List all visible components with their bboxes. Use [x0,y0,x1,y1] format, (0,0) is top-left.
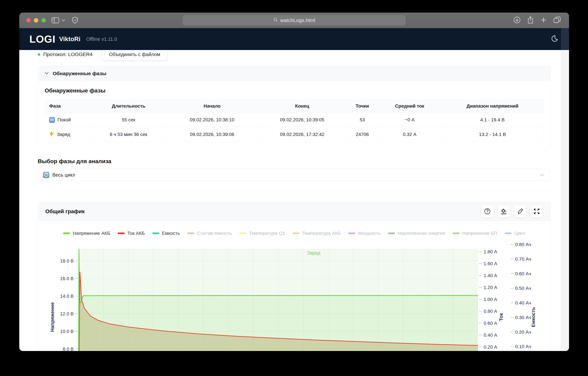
chevron-down-icon [540,172,545,178]
legend-label: Ток АКБ [127,231,145,236]
merge-file-button[interactable]: Объединить с файлом [102,48,168,60]
theme-toggle-moon-icon[interactable] [551,35,558,43]
downloads-icon[interactable] [513,16,521,24]
legend-swatch-icon [118,233,125,234]
section-divider [38,190,551,191]
app-header: LOGI ViktoRi Offline v1.11.0 [19,28,569,50]
status-dot-icon [38,53,40,56]
legend-item[interactable]: Цикл [504,231,525,236]
axis-tick-label: 0.60 Ач [515,271,531,276]
tab-overview-icon[interactable] [553,16,561,24]
axis-tick-label: 8.0 В [63,346,74,351]
address-bar[interactable]: watchLogs.html [183,15,406,25]
table-cell: 09.02.2026, 10:38:10 [167,113,258,127]
scrollbar-track[interactable] [561,50,569,351]
axis-tick-label: 1.40 А [484,273,497,278]
phase-annotation: Заряд [307,250,320,256]
legend-item[interactable]: Напряжение БП [452,231,497,236]
legend-swatch-icon [452,233,460,234]
phase-name: Заряд [57,132,70,137]
table-cell: 6 ч 53 мин 36 сек [91,127,167,142]
table-row: Заряд6 ч 53 мин 36 сек09.02.2026, 10:39:… [45,127,544,142]
annotate-button[interactable] [514,205,526,218]
table-cell: 55 сек [91,113,167,127]
phases-table-body: Покой55 сек09.02.2026, 10:38:1009.02.202… [45,113,544,142]
browser-window: watchLogs.html LOGI ViktoRi Offline v1.1… [19,13,569,351]
legend-item[interactable]: Емкость [152,231,180,236]
help-button[interactable] [481,205,494,218]
phases-panel-header[interactable]: Обнаруженные фазы [38,66,550,81]
legend-swatch-icon [152,233,159,234]
main-chart[interactable]: 18.0 В16.0 В14.0 В12.0 В10.0 В8.0 В1.80 … [38,238,550,351]
phases-panel-body: Обнаруженные фазы ФазаДлительностьНачало… [38,81,550,149]
column-header: Точки [346,99,378,113]
legend-label: Мощность [358,231,381,236]
table-cell: 0.32 А [378,127,441,142]
zoom-window-button[interactable] [42,18,46,22]
pause-icon [49,117,55,123]
axis-tick-label: 0.40 А [484,333,497,338]
collapse-chevron-icon [45,72,49,75]
lightning-icon [49,131,54,138]
phases-table-head: ФазаДлительностьНачалоКонецТочкиСредний … [45,99,544,113]
axis-title: Ток [498,313,504,321]
legend-item[interactable]: Мощность [348,231,381,236]
legend-item[interactable]: Ток АКБ [118,231,145,236]
close-window-button[interactable] [26,18,31,22]
share-icon[interactable] [527,16,534,24]
column-header: Длительность [91,99,167,113]
chart-title: Общий график [45,208,84,215]
table-cell: ~0 А [378,113,441,127]
axis-tick-label: 0.10 Ач [515,344,531,349]
chart-legend: Напряжение АКБТок АКБЕмкостьСлитая ёмкос… [38,230,550,237]
axis-tick-label: 0.20 А [484,344,497,350]
table-cell: 24706 [346,127,378,142]
axis-tick-label: 1.60 А [484,261,497,266]
phases-panel: Обнаруженные фазы Обнаруженные фазы Фаза… [38,66,551,149]
axis-tick-label: 1.20 А [484,285,497,290]
screenshot-canvas: { "browser": { "url": "watchLogs.html" }… [0,0,588,376]
axis-tick-label: 0.40 Ач [515,300,531,305]
scrollbar-header-cap [561,28,569,50]
legend-swatch-icon [187,233,194,234]
new-tab-icon[interactable] [540,17,547,24]
axis-tick-label: 0.70 Ач [515,257,531,262]
legend-label: Емкость [162,231,180,236]
fullscreen-button[interactable] [530,205,543,218]
column-header: Диапазон напряжений [441,99,544,113]
app-brand: ViktoRi [59,36,81,43]
table-cell: 09.02.2026, 10:39:05 [258,113,346,127]
axis-tick-label: 14.0 В [60,294,74,299]
axis-tick-label: 1.00 А [484,297,497,302]
axis-title: Емкость [531,307,536,327]
legend-item[interactable]: Накопленная энергия [388,231,445,236]
legend-item[interactable]: Температура Q1 [239,231,285,236]
legend-swatch-icon [239,233,246,234]
address-bar-url: watchLogs.html [280,17,315,23]
table-cell: 4.1 - 19.4 В [441,113,544,127]
titlebar-actions [513,13,561,28]
axis-tick-label: 0.60 А [484,321,497,326]
phase-select-dropdown[interactable]: Весь цикл [38,169,551,181]
legend-item[interactable]: Напряжение АКБ [63,231,110,236]
legend-swatch-icon [293,233,300,234]
legend-item[interactable]: Слитая ёмкость [187,231,232,236]
legend-item[interactable]: Температура АКБ [293,231,341,236]
page-content: Протокол: LOGGER4 Объединить с файлом Об… [19,50,569,351]
privacy-shield-icon[interactable] [72,17,78,24]
axis-tick-label: 0.30 Ач [515,315,531,320]
axis-title: Напряжение [50,302,55,332]
minimize-window-button[interactable] [34,18,38,22]
phase-name: Покой [58,117,71,123]
sidebar-toggle-icon[interactable] [52,17,59,23]
chart-toolbar [481,205,543,218]
column-header: Конец [258,99,346,113]
column-header: Средний ток [378,99,441,113]
axis-tick-label: 18.0 В [60,258,74,264]
legend-swatch-icon [388,233,395,234]
sidebar-chevron-icon[interactable] [62,19,65,21]
legend-swatch-icon [348,233,355,234]
phase-select-title: Выбор фазы для анализа [38,158,551,164]
table-cell: 09.02.2026, 17:32:42 [258,127,346,142]
fill-style-button[interactable] [497,205,510,218]
